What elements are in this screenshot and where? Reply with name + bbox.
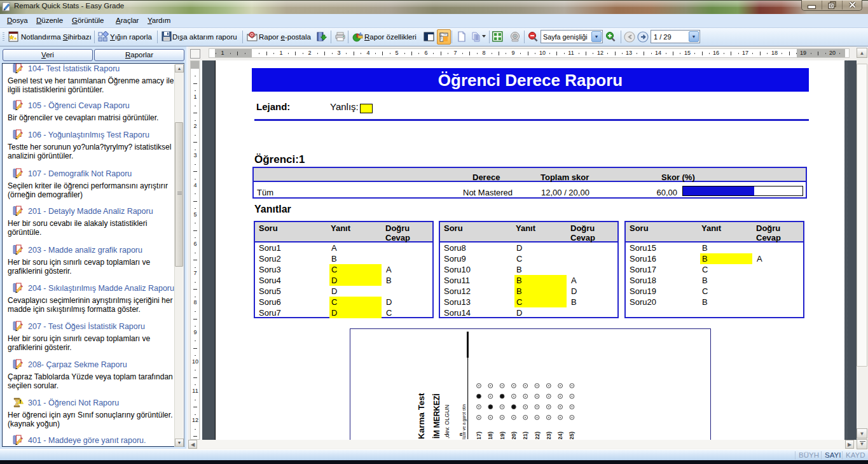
svg-text:25): 25): [568, 432, 575, 439]
svg-text:İM MERKEZİ: İM MERKEZİ: [432, 393, 441, 439]
svg-text:lizar ve a garot otin: lizar ve a garot otin: [462, 404, 467, 439]
svg-text:21): 21): [522, 432, 528, 439]
svg-text:23): 23): [546, 432, 552, 439]
svg-text:20): 20): [511, 432, 517, 439]
svg-text:,dev. OLGUN: ,dev. OLGUN: [444, 405, 450, 439]
svg-text:17): 17): [476, 432, 482, 439]
svg-text:18): 18): [487, 432, 493, 439]
svg-text:24): 24): [557, 432, 563, 439]
svg-text:Karma Test: Karma Test: [417, 393, 426, 439]
svg-text:22): 22): [534, 432, 541, 439]
svg-text:19): 19): [499, 432, 506, 439]
